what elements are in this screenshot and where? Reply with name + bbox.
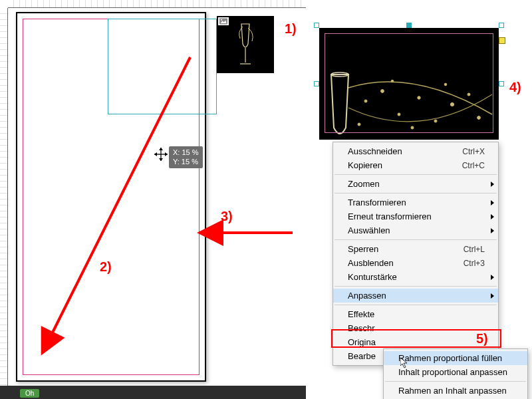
ctx-shortcut: Ctrl+C — [462, 161, 485, 170]
handle-ml[interactable] — [314, 81, 319, 86]
ctx-separator — [334, 239, 497, 240]
ctx-label: Origina — [348, 337, 376, 347]
left-canvas: X: 15 % Y: 15 % Oh — [0, 0, 306, 399]
ruler-vertical — [0, 8, 8, 399]
ctx-label: Bearbe — [348, 351, 376, 361]
handle-tm[interactable] — [406, 23, 412, 28]
svg-point-21 — [467, 93, 470, 96]
svg-point-22 — [477, 116, 481, 120]
ctx-stroke[interactable]: Konturstärke — [333, 270, 498, 284]
submenu-arrow-icon — [491, 200, 494, 205]
ctx-label: Anpassen — [348, 291, 386, 301]
ctx-separator — [334, 286, 497, 287]
submenu-arrow-icon — [491, 275, 494, 280]
svg-point-24 — [444, 83, 447, 86]
ctx-caption[interactable]: Beschr — [333, 321, 498, 335]
annotation-arrow-3 — [213, 226, 299, 239]
submenu-arrow-icon — [491, 228, 494, 233]
svg-point-17 — [398, 113, 400, 116]
status-pill: Oh — [20, 389, 39, 398]
annotation-4: 4) — [509, 80, 521, 95]
fit-submenu: Rahmen proportional füllen Inhalt propor… — [383, 348, 528, 399]
ctx-select[interactable]: Auswählen — [333, 223, 498, 237]
ctx-lock[interactable]: Sperren Ctrl+L — [333, 242, 498, 256]
ctx-shortcut: Ctrl+L — [464, 245, 485, 254]
annotation-1: 1) — [285, 21, 297, 37]
ctx-label: Sperren — [348, 244, 378, 254]
annotation-arrow-2 — [40, 53, 200, 346]
ctx-shortcut: Ctrl+3 — [464, 259, 485, 268]
submenu-arrow-icon — [491, 182, 494, 187]
ctx-copy[interactable]: Kopieren Ctrl+C — [333, 158, 498, 172]
svg-rect-0 — [219, 19, 227, 25]
ctx-label: Inhalt proportional anpassen — [398, 367, 507, 377]
svg-point-2 — [221, 19, 222, 21]
svg-point-15 — [364, 100, 367, 102]
ctx-separator — [334, 174, 497, 175]
ctx-label: Ausblenden — [348, 258, 394, 268]
ctx-label: Beschr — [348, 323, 374, 333]
ctx-zoom[interactable]: Zoomen — [333, 177, 498, 191]
ctx-cut[interactable]: Ausschneiden Ctrl+X — [333, 144, 498, 158]
place-cursor-thumbnail[interactable] — [217, 16, 274, 73]
ctx-fit[interactable]: Anpassen — [333, 289, 498, 303]
annotation-5: 5) — [476, 331, 488, 346]
ruler-horizontal — [8, 0, 306, 8]
status-bar: Oh — [0, 386, 306, 399]
handle-tl[interactable] — [314, 23, 319, 28]
ctx-label: Ausschneiden — [348, 146, 402, 156]
svg-point-26 — [358, 123, 360, 126]
annotation-3: 3) — [221, 209, 233, 224]
ctx-label: Rahmen an Inhalt anpassen — [398, 386, 507, 396]
mouse-cursor-icon — [400, 358, 411, 368]
ctx-shortcut: Ctrl+X — [462, 147, 485, 156]
ctx-effects[interactable]: Effekte — [333, 307, 498, 321]
svg-point-20 — [450, 102, 454, 106]
svg-point-25 — [411, 126, 414, 129]
svg-point-18 — [418, 96, 420, 99]
ctx-label: Konturstärke — [348, 272, 397, 282]
ctx-label: Transformieren — [348, 198, 406, 207]
ctx-separator — [334, 193, 497, 194]
placed-image[interactable] — [319, 28, 499, 140]
ctx-label: Effekte — [348, 309, 374, 319]
ctx-retransform[interactable]: Erneut transformieren — [333, 209, 498, 223]
ctx-separator — [385, 381, 526, 382]
ctx-transform[interactable]: Transformieren — [333, 196, 498, 209]
champagne-thumb-art — [232, 21, 259, 68]
ctx-separator — [334, 305, 497, 305]
ctx-label: Erneut transformieren — [348, 211, 432, 221]
ctx-label: Zoomen — [348, 179, 380, 189]
ctx-label: Auswählen — [348, 225, 390, 235]
ctx-label: Rahmen proportional füllen — [398, 353, 502, 363]
handle-mr[interactable] — [499, 81, 504, 86]
annotation-2: 2) — [100, 259, 112, 275]
context-menu: Ausschneiden Ctrl+X Kopieren Ctrl+C Zoom… — [332, 142, 499, 366]
ctx-label: Kopieren — [348, 160, 382, 170]
svg-line-12 — [51, 57, 190, 336]
submenu-arrow-icon — [491, 214, 494, 219]
submenu-arrow-icon — [491, 293, 494, 299]
sub-frame-to-content[interactable]: Rahmen an Inhalt anpassen — [384, 384, 527, 398]
control-point[interactable] — [499, 37, 505, 44]
image-icon — [218, 17, 229, 25]
champagne-image-art — [319, 28, 499, 140]
ctx-hide[interactable]: Ausblenden Ctrl+3 — [333, 256, 498, 270]
svg-point-16 — [381, 90, 384, 93]
ctx-original[interactable]: Origina — [333, 335, 498, 349]
handle-tr[interactable] — [499, 23, 504, 28]
svg-point-19 — [434, 120, 437, 122]
svg-marker-27 — [400, 358, 407, 368]
